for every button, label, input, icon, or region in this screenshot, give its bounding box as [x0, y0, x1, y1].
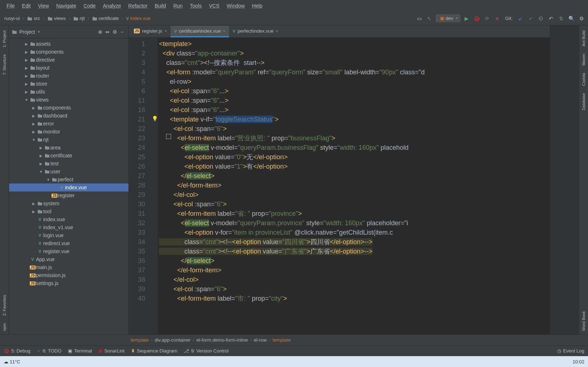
menu-view[interactable]: View [34, 3, 53, 9]
fold-gutter[interactable]: 💡 ⬚ [149, 38, 158, 334]
code-content[interactable]: <template> <div class="app-container"> c… [158, 38, 579, 334]
back-icon[interactable]: ↖ [426, 15, 433, 22]
tree-item-components[interactable]: ▶components [9, 104, 128, 112]
tree-item-njt[interactable]: ▼njt [9, 136, 128, 144]
breadcrumb-project[interactable]: ruoyi-ui [3, 15, 21, 22]
tool-debug[interactable]: 🐞5: Debug [4, 348, 30, 354]
tree-item-directive[interactable]: ▶directive [9, 56, 128, 64]
tree-item-area[interactable]: ▶area [9, 144, 128, 152]
tool-favorites[interactable]: 2: Favorites [1, 291, 7, 319]
target-icon[interactable]: ⊕ [97, 28, 104, 36]
run-config-dropdown[interactable]: ▣ dev [436, 15, 460, 22]
event-log[interactable]: ◷Event Log [557, 348, 584, 354]
menu-code[interactable]: Code [80, 3, 99, 9]
breadcrumb-njt[interactable]: njt [72, 15, 86, 22]
tree-item-user[interactable]: ▼user [9, 168, 128, 176]
tool-todo[interactable]: ✓6: TODO [37, 348, 62, 354]
weather-icon[interactable]: ☁ [4, 359, 8, 364]
tree-item-monitor[interactable]: ▶monitor [9, 128, 128, 136]
tree-item-components[interactable]: ▶components [9, 48, 128, 56]
search-icon[interactable]: 🔍 [568, 15, 575, 22]
tree-item-system[interactable]: ▶system [9, 199, 128, 207]
tree-item-main-js[interactable]: JSmain.js [9, 263, 128, 271]
tool-maven[interactable]: Maven [581, 50, 587, 69]
expand-icon[interactable]: ⇔ [104, 28, 111, 36]
tree-item-utils[interactable]: ▶utils [9, 88, 128, 96]
git-commit-icon[interactable]: ✓ [527, 15, 534, 22]
tool-sonarlint[interactable]: ◉SonarLint [98, 348, 124, 354]
breadcrumb-certificate[interactable]: certificate [91, 15, 121, 22]
git-history-icon[interactable]: ⏲ [537, 15, 544, 22]
tool-sequence[interactable]: ⬍Sequence Diagram [131, 348, 177, 354]
tree-item-error[interactable]: ▶error [9, 120, 128, 128]
tab-certificate[interactable]: Vcertificate\index.vue× [171, 26, 229, 37]
tree-item-test[interactable]: ▶test [9, 160, 128, 168]
menu-navigate[interactable]: Navigate [53, 3, 80, 9]
close-icon[interactable]: × [276, 29, 278, 34]
project-tree[interactable]: ▶assets▶components▶directive▶layout▶rout… [9, 38, 128, 334]
tree-item-login-vue[interactable]: Vlogin.vue [9, 231, 128, 239]
menu-edit[interactable]: Edit [19, 3, 34, 9]
tree-item-router[interactable]: ▶router [9, 72, 128, 80]
tree-item-index-vue[interactable]: Vindex.vue [9, 184, 128, 191]
stop-button[interactable]: ■ [494, 15, 501, 22]
breadcrumb-src[interactable]: src [26, 15, 41, 22]
tab-register[interactable]: JSregister.js× [130, 26, 171, 37]
menu-build[interactable]: Build [151, 3, 170, 9]
hide-icon[interactable]: − [118, 28, 126, 36]
tool-structure[interactable]: 7: Structure [1, 51, 7, 79]
tool-terminal[interactable]: ▣Terminal [68, 348, 92, 354]
tool-npm[interactable]: npm [1, 319, 7, 334]
settings-icon[interactable]: ⚙ [578, 15, 585, 22]
menu-vcs[interactable]: VCS [205, 3, 223, 9]
tree-item-tool[interactable]: ▶tool [9, 207, 128, 215]
git-revert-icon[interactable]: ↶ [547, 15, 555, 22]
tool-wordbook[interactable]: Word Book [581, 308, 587, 334]
chevron-down-icon[interactable]: ▼ [37, 30, 41, 34]
bc-div[interactable]: div.app-container [155, 337, 191, 343]
menu-run[interactable]: Run [170, 3, 186, 9]
tab-perfect[interactable]: Vperfect\index.vue× [229, 26, 282, 37]
menu-window[interactable]: Window [223, 3, 249, 9]
tree-item-dashboard[interactable]: ▶dashboard [9, 112, 128, 120]
tool-antbuild[interactable]: Ant Build [581, 27, 587, 50]
git-compare-icon[interactable]: ⇅ [558, 15, 565, 22]
tree-item-App-vue[interactable]: VApp.vue [9, 255, 128, 263]
device-icon[interactable]: ▭ [416, 15, 423, 22]
menu-refactor[interactable]: Refactor [124, 3, 151, 9]
close-icon[interactable]: × [164, 29, 167, 34]
debug-button[interactable]: 🐞 [473, 15, 481, 22]
bc-template2[interactable]: template [273, 337, 291, 343]
run-button[interactable]: ▶ [463, 15, 470, 22]
tree-item-assets[interactable]: ▶assets [9, 40, 128, 48]
menu-help[interactable]: Help [248, 3, 266, 9]
tree-item-index-vue[interactable]: Vindex.vue [9, 215, 128, 223]
menu-analyze[interactable]: Analyze [99, 3, 125, 9]
breadcrumb-views[interactable]: views [46, 15, 68, 22]
tree-item-store[interactable]: ▶store [9, 80, 128, 88]
git-pull-icon[interactable]: ↙ [517, 15, 524, 22]
tree-item-redirect-vue[interactable]: Vredirect.vue [9, 239, 128, 247]
tree-item-index-v1-vue[interactable]: Vindex_v1.vue [9, 223, 128, 231]
tree-item-settings-js[interactable]: JSsettings.js [9, 279, 128, 287]
close-icon[interactable]: × [223, 29, 225, 34]
minimap[interactable] [550, 38, 579, 334]
tree-item-register[interactable]: JSregister [9, 191, 128, 199]
bc-form[interactable]: el-form.demo-form-inline [196, 337, 248, 343]
tree-item-certificate[interactable]: ▶certificate [9, 152, 128, 160]
tree-item-permission-js[interactable]: JSpermission.js [9, 271, 128, 279]
tool-codota[interactable]: Codota [581, 69, 587, 89]
tree-item-perfect[interactable]: ▼perfect [9, 176, 128, 184]
tool-database[interactable]: Database [581, 90, 587, 114]
tree-item-register-vue[interactable]: Vregister.vue [9, 247, 128, 255]
bc-template[interactable]: template [131, 337, 149, 343]
menu-file[interactable]: File [3, 3, 19, 9]
bc-row[interactable]: el-row [254, 337, 266, 343]
code-editor[interactable]: 1234561116212223242526272829303132333435… [129, 38, 579, 334]
gear-icon[interactable]: ⚙ [111, 28, 118, 36]
lightbulb-icon[interactable]: 💡 [152, 114, 158, 123]
tool-project[interactable]: 1: Project [1, 27, 7, 51]
coverage-button[interactable]: ⟳ [483, 15, 491, 22]
tree-item-views[interactable]: ▼views [9, 96, 128, 104]
menu-tools[interactable]: Tools [186, 3, 205, 9]
